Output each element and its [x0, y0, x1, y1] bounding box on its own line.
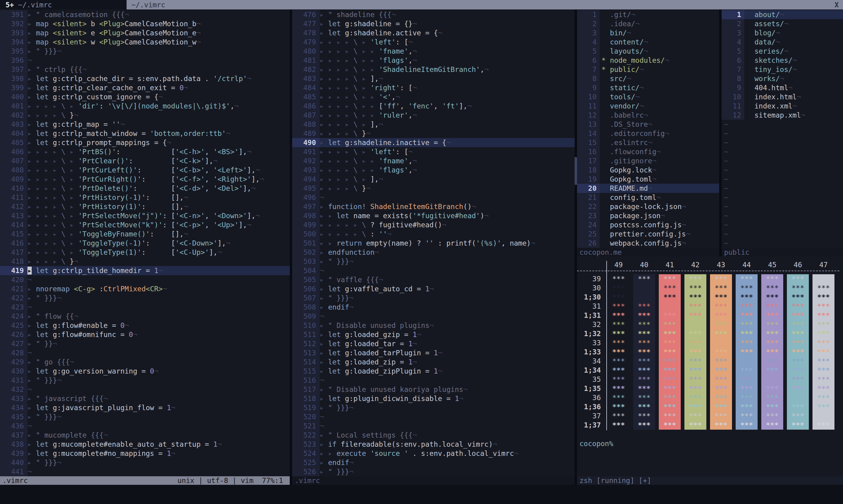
- code-line[interactable]: 512▸ let g:loaded_tar = 1¬: [292, 339, 574, 348]
- code-line[interactable]: 440▸ " }}}¬: [0, 458, 290, 467]
- code-line[interactable]: 491▸ ▸ ▸ ▸ \ ▸ 'left': [¬: [292, 147, 574, 156]
- tree-entry[interactable]: 5 series/¬: [722, 47, 843, 56]
- code-line[interactable]: 401▸ ▸ ▸ ▸ \ ▸ 'dir': '\v[\/](node_modul…: [0, 102, 290, 111]
- tree-entry[interactable]: 3 blog/¬: [722, 28, 843, 37]
- code-line[interactable]: 484▸ ▸ ▸ ▸ \ ▸ 'right': [¬: [292, 83, 574, 92]
- code-line[interactable]: 489▸ ▸ ▸ ▸ \ }¬: [292, 129, 574, 138]
- code-line[interactable]: 510▸ " Disable unused plugins¬: [292, 321, 574, 330]
- code-line[interactable]: 424▸ " flow {{¬: [0, 312, 290, 321]
- code-line[interactable]: 477▸ let g:shadeline = {}¬: [292, 19, 574, 28]
- code-line[interactable]: 523▸ if filereadable(s:env.path.local_vi…: [292, 440, 574, 449]
- code-line[interactable]: 409▸ ▸ ▸ ▸ \ ▸ 'PrtCurRight()': ['<C-f>'…: [0, 175, 290, 184]
- code-line[interactable]: 481▸ ▸ ▸ ▸ \ ▸ ▸ 'flags',¬: [292, 56, 574, 65]
- code-line[interactable]: 509¬: [292, 312, 574, 321]
- code-line[interactable]: 431▸ " }}}¬: [0, 376, 290, 385]
- code-line[interactable]: 511▸ let g:loaded_gzip = 1¬: [292, 330, 574, 339]
- code-line[interactable]: 393▸ map <silent> e <Plug>CamelCaseMotio…: [0, 28, 290, 37]
- tree-entry[interactable]: 17 .gitignore¬: [577, 156, 719, 165]
- tree-entry[interactable]: 10 tools/¬: [577, 92, 719, 102]
- code-line[interactable]: 502▸ endfunction¬: [292, 248, 574, 257]
- code-line[interactable]: 422▸ " }}}¬: [0, 293, 290, 303]
- code-line[interactable]: 396¬: [0, 56, 290, 65]
- pane-divider[interactable]: [290, 10, 292, 485]
- tree-entry[interactable]: 14 .editorconfig¬: [577, 129, 719, 138]
- code-line[interactable]: 493▸ ▸ ▸ ▸ \ ▸ ▸ 'flags',¬: [292, 165, 574, 175]
- tree-entry[interactable]: 16 .flowconfig¬: [577, 147, 719, 156]
- code-line[interactable]: 397▸ " ctrlp {{{¬: [0, 65, 290, 74]
- code-line[interactable]: 517▸ " Disable unused kaoriya plugins¬: [292, 385, 574, 394]
- code-line[interactable]: 497▸ function! ShadelineItemGitBranch()¬: [292, 202, 574, 211]
- code-line[interactable]: 490▸ let g:shadeline.inactive = {¬: [292, 138, 574, 147]
- code-line[interactable]: 506▸ let g:vaffle_auto_cd = 1¬: [292, 284, 574, 293]
- code-line[interactable]: 428¬: [0, 348, 290, 357]
- code-line[interactable]: 400▸ let g:ctrlp_custom_ignore = {¬: [0, 92, 290, 102]
- code-line[interactable]: 412▸ ▸ ▸ ▸ \ ▸ 'PrtHistory(1)': [],¬: [0, 202, 290, 211]
- code-line[interactable]: 485▸ ▸ ▸ ▸ \ ▸ ▸ '<',¬: [292, 92, 574, 102]
- code-line[interactable]: 507▸ " }}}¬: [292, 293, 574, 303]
- code-line[interactable]: 496¬: [292, 193, 574, 202]
- code-line[interactable]: 488▸ ▸ ▸ ▸ \ ▸ ],¬: [292, 120, 574, 129]
- tree-entry[interactable]: 5 layouts/¬: [577, 47, 719, 56]
- code-line[interactable]: 425▸ let g:flow#enable = 0¬: [0, 321, 290, 330]
- shell-prompt[interactable]: cocopon%: [580, 440, 613, 448]
- code-line[interactable]: 516¬: [292, 376, 574, 385]
- tree-entry[interactable]: 7 tiny_ios/¬: [722, 65, 843, 74]
- tree-entry[interactable]: 4 content/¬: [577, 37, 719, 47]
- code-line[interactable]: 526▸ " }}}¬: [292, 467, 574, 476]
- tree-entry[interactable]: 11 vendor/¬: [577, 102, 719, 111]
- code-line[interactable]: 495▸ ▸ ▸ ▸ \ }¬: [292, 184, 574, 193]
- code-line[interactable]: 408▸ ▸ ▸ ▸ \ ▸ 'PrtCurLeft()': ['<C-b>',…: [0, 165, 290, 175]
- code-line[interactable]: 410▸ ▸ ▸ ▸ \ ▸ 'PrtDelete()': ['<C-d>', …: [0, 184, 290, 193]
- code-line[interactable]: 395▸ " }}}¬: [0, 47, 290, 56]
- code-line[interactable]: 416▸ ▸ ▸ ▸ \ ▸ 'ToggleType(-1)': ['<C-Do…: [0, 239, 290, 248]
- code-line[interactable]: 394▸ map <silent> w <Plug>CamelCaseMotio…: [0, 37, 290, 47]
- code-line[interactable]: 514▸ let g:loaded_zip = 1¬: [292, 357, 574, 366]
- code-line[interactable]: 407▸ ▸ ▸ ▸ \ ▸ 'PrtClear()': ['<C-k>'],¬: [0, 156, 290, 165]
- code-line[interactable]: 487▸ ▸ ▸ ▸ \ ▸ ▸ 'ruler',¬: [292, 111, 574, 120]
- code-line[interactable]: 426▸ let g:flow#omnifunc = 0¬: [0, 330, 290, 339]
- code-line[interactable]: 494▸ ▸ ▸ ▸ \ ▸ ],¬: [292, 175, 574, 184]
- code-line[interactable]: 403▸ let g:ctrlp_map = ''¬: [0, 120, 290, 129]
- code-line[interactable]: 420¬: [0, 275, 290, 284]
- code-line[interactable]: 492▸ ▸ ▸ ▸ \ ▸ ▸ 'fname',¬: [292, 156, 574, 165]
- scrollbar-thumb[interactable]: [574, 157, 577, 185]
- code-line[interactable]: 402▸ ▸ ▸ ▸ \ }¬: [0, 111, 290, 120]
- tree-entry[interactable]: 12 sitemap.xml¬: [722, 111, 843, 120]
- code-line[interactable]: 436¬: [0, 421, 290, 431]
- code-line[interactable]: 478▸ let g:shadeline.active = {¬: [292, 28, 574, 37]
- code-line[interactable]: 405▸ let g:ctrlp_prompt_mappings = {¬: [0, 138, 290, 147]
- code-line[interactable]: 515▸ let g:loaded_zipPlugin = 1¬: [292, 366, 574, 376]
- tree-entry[interactable]: 25 prettier.config.js¬: [577, 230, 719, 239]
- code-line[interactable]: 418▸ ▸ ▸ ▸ \ }¬: [0, 257, 290, 266]
- code-line[interactable]: 423¬: [0, 303, 290, 312]
- code-line[interactable]: 438▸ let g:mucomplete#enable_auto_at_sta…: [0, 440, 290, 449]
- tree-entry[interactable]: 2 assets/¬: [722, 19, 843, 28]
- tree-entry[interactable]: 1 about/¬: [722, 10, 843, 19]
- close-icon[interactable]: X: [835, 0, 843, 10]
- file-tree-project[interactable]: 1 .git/¬2 .idea/¬3 bin/¬4 content/¬5 lay…: [577, 10, 719, 248]
- tree-entry[interactable]: 20 README.md¬: [577, 184, 719, 193]
- code-line[interactable]: 476▸ " shadeline {{{¬: [292, 10, 574, 19]
- tree-entry[interactable]: 15 .eslintrc¬: [577, 138, 719, 147]
- code-line[interactable]: 525▸ endif¬: [292, 458, 574, 467]
- tree-entry[interactable]: 23 package.json¬: [577, 211, 719, 220]
- code-line[interactable]: 519▸ " }}}¬: [292, 403, 574, 412]
- code-line[interactable]: 430▸ let g:go_version_warning = 0¬: [0, 366, 290, 376]
- tree-entry[interactable]: 7* public/¬: [577, 65, 719, 74]
- code-line[interactable]: 508▸ endif¬: [292, 303, 574, 312]
- tree-entry[interactable]: 8 works/¬: [722, 74, 843, 83]
- tree-entry[interactable]: 4 data/¬: [722, 37, 843, 47]
- tree-entry[interactable]: 22 package-lock.json¬: [577, 202, 719, 211]
- tmux-window-label[interactable]: 5+ ~/.vimrc: [0, 0, 126, 10]
- code-line[interactable]: 483▸ ▸ ▸ ▸ \ ▸ ],¬: [292, 74, 574, 83]
- pane-divider[interactable]: [719, 10, 722, 256]
- file-tree-public[interactable]: 1 about/¬2 assets/¬3 blog/¬4 data/¬5 ser…: [722, 10, 843, 248]
- tree-entry[interactable]: 19 Gopkg.toml¬: [577, 175, 719, 184]
- code-line[interactable]: 505▸ " vaffle {{{¬: [292, 275, 574, 284]
- code-line[interactable]: 434▸ let g:javascript_plugin_flow = 1¬: [0, 403, 290, 412]
- code-line[interactable]: 500▸ ▸ ▸ ▸ ▸ \ : ''¬: [292, 230, 574, 239]
- tree-entry[interactable]: 18 Gopkg.lock¬: [577, 165, 719, 175]
- tree-entry[interactable]: 13 .DS_Store¬: [577, 120, 719, 129]
- tree-entry[interactable]: 9 static/¬: [577, 83, 719, 92]
- code-line[interactable]: 432¬: [0, 385, 290, 394]
